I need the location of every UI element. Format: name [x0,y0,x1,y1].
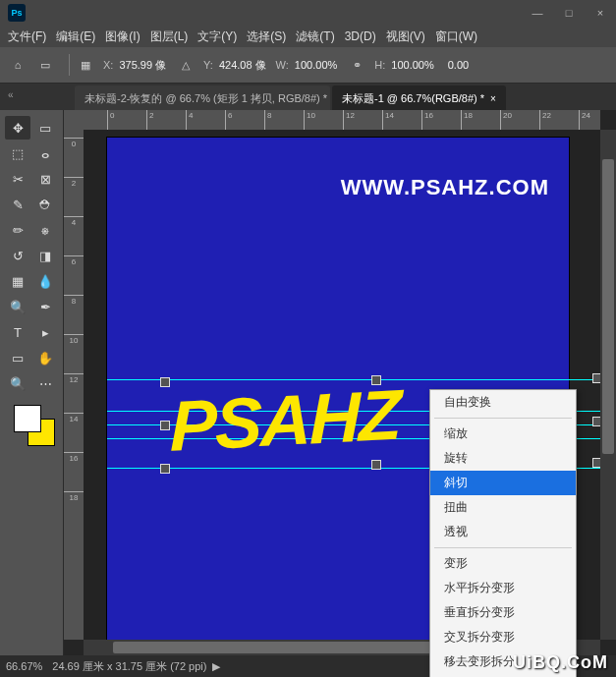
angle-value[interactable]: 0.00 [444,57,473,73]
ctx-free-transform[interactable]: 自由变换 [430,390,576,415]
ruler-tick: 8 [264,110,271,130]
menu-window[interactable]: 窗口(W) [435,28,477,45]
ctx-scale[interactable]: 缩放 [430,422,576,446]
x-value[interactable]: 375.99 像 [115,56,170,75]
w-field[interactable]: W:100.00% [276,57,342,73]
shape-tool[interactable]: ▭ [5,346,30,369]
stamp-tool[interactable]: ⎈ [32,218,58,242]
blur-tool[interactable]: 💧 [32,269,58,293]
w-value[interactable]: 100.00% [291,57,341,73]
ruler-tick: 2 [146,110,153,130]
transform-handle[interactable] [160,464,170,474]
scrollbar-thumb[interactable] [113,642,447,653]
ctx-distort[interactable]: 扭曲 [430,495,576,520]
ctx-warp[interactable]: 变形 [430,551,576,576]
maximize-button[interactable]: □ [553,0,585,26]
scrollbar-thumb[interactable] [602,159,614,454]
ctx-split-h[interactable]: 水平拆分变形 [430,576,576,600]
h-value[interactable]: 100.00% [387,57,437,73]
hand-tool[interactable]: ✋ [32,346,58,369]
more-tools[interactable]: ⋯ [32,371,58,395]
angle-field[interactable]: 0.00 [444,57,473,73]
minimize-button[interactable]: — [522,0,553,26]
reference-point-icon[interactable]: ▦ [76,55,95,75]
horizontal-ruler[interactable]: 0 2 4 6 8 10 12 14 16 18 20 22 24 [84,110,600,131]
transform-handle[interactable] [592,458,600,468]
ruler-tick: 10 [64,334,84,345]
menu-select[interactable]: 选择(S) [247,28,286,45]
transform-handle[interactable] [371,460,381,470]
lasso-tool[interactable]: ⴰ [32,141,58,165]
close-button[interactable]: × [585,0,616,26]
tab-close-icon[interactable]: × [490,93,496,104]
status-zoom[interactable]: 66.67% [6,660,42,672]
ruler-tick: 18 [64,491,84,502]
toolbox: ✥▭ ⬚ⴰ ✂⊠ ✎⛑ ✏⎈ ↺◨ ▦💧 🔍✒ T▸ ▭✋ 🔍⋯ [0,110,64,655]
foreground-swatch[interactable] [14,405,41,432]
ctx-rotate[interactable]: 旋转 [430,446,576,471]
transform-handle[interactable] [592,417,600,426]
transform-handle[interactable] [371,375,381,385]
dodge-tool[interactable]: 🔍 [5,295,30,318]
canvas-watermark-text: WWW.PSAHZ.COM [341,175,549,200]
menu-3d[interactable]: 3D(D) [345,29,376,43]
home-icon[interactable]: ⌂ [8,55,28,75]
h-field[interactable]: H:100.00% [374,57,437,73]
tab-inactive-label: 未标题-2-恢复的 @ 66.7% (矩形 1 拷贝, RGB/8#) * [84,91,327,106]
collapse-panels-icon[interactable]: « [8,89,14,100]
eraser-tool[interactable]: ◨ [32,244,58,267]
status-doc-info[interactable]: 24.69 厘米 x 31.75 厘米 (72 ppi) [52,659,206,674]
menu-image[interactable]: 图像(I) [105,28,140,45]
gradient-tool[interactable]: ▦ [5,269,30,293]
menu-filter[interactable]: 滤镜(T) [296,28,334,45]
ruler-tick: 4 [186,110,193,130]
ctx-split-cross[interactable]: 交叉拆分变形 [430,625,576,649]
menu-bar: 文件(F) 编辑(E) 图像(I) 图层(L) 文字(Y) 选择(S) 滤镜(T… [0,26,616,47]
link-icon[interactable]: ⚭ [347,55,366,75]
transform-handle[interactable] [160,421,170,430]
status-arrow-icon[interactable]: ▶ [212,660,220,673]
transform-mode-icon[interactable]: ▭ [35,55,55,75]
x-label: X: [103,59,113,71]
ctx-perspective[interactable]: 透视 [430,520,576,544]
ruler-tick: 24 [579,110,590,130]
y-field[interactable]: Y:424.08 像 [203,56,270,75]
menu-edit[interactable]: 编辑(E) [56,28,95,45]
app-logo: Ps [8,4,26,22]
transform-handle[interactable] [592,373,600,383]
w-label: W: [276,59,289,71]
menu-type[interactable]: 文字(Y) [197,28,237,45]
ruler-tick: 16 [421,110,433,130]
crop-tool[interactable]: ✂ [5,167,30,191]
document-tabs: « 未标题-2-恢复的 @ 66.7% (矩形 1 拷贝, RGB/8#) * … [0,84,616,111]
ctx-split-v[interactable]: 垂直拆分变形 [430,600,576,625]
vertical-scrollbar[interactable] [600,130,616,640]
ctx-skew[interactable]: 斜切 [430,471,576,495]
ruler-tick: 6 [225,110,232,130]
brush-tool[interactable]: ✏ [5,218,30,242]
tab-inactive[interactable]: 未标题-2-恢复的 @ 66.7% (矩形 1 拷贝, RGB/8#) * × [75,85,330,111]
menu-view[interactable]: 视图(V) [386,28,425,45]
frame-tool[interactable]: ⊠ [32,167,58,191]
zoom-tool[interactable]: 🔍 [5,371,30,395]
color-swatches[interactable] [10,405,53,448]
vertical-ruler[interactable]: 0 2 4 6 8 10 12 14 16 18 [64,130,84,640]
x-field[interactable]: X:375.99 像 [103,56,170,75]
eyedropper-tool[interactable]: ✎ [5,193,30,216]
history-brush-tool[interactable]: ↺ [5,244,30,267]
transform-handle[interactable] [160,377,170,387]
menu-layer[interactable]: 图层(L) [150,28,189,45]
artboard-tool[interactable]: ▭ [32,116,58,140]
menu-file[interactable]: 文件(F) [8,28,46,45]
tab-active[interactable]: 未标题-1 @ 66.7%(RGB/8#) * × [332,85,506,111]
delta-icon[interactable]: △ [176,55,196,75]
ruler-origin[interactable] [64,110,84,131]
type-tool[interactable]: T [5,320,30,344]
title-bar: Ps — □ × [0,0,616,26]
healing-tool[interactable]: ⛑ [32,193,58,216]
y-value[interactable]: 424.08 像 [215,56,270,75]
move-tool[interactable]: ✥ [5,116,30,140]
marquee-tool[interactable]: ⬚ [5,141,30,165]
path-tool[interactable]: ▸ [32,320,58,344]
pen-tool[interactable]: ✒ [32,295,58,318]
